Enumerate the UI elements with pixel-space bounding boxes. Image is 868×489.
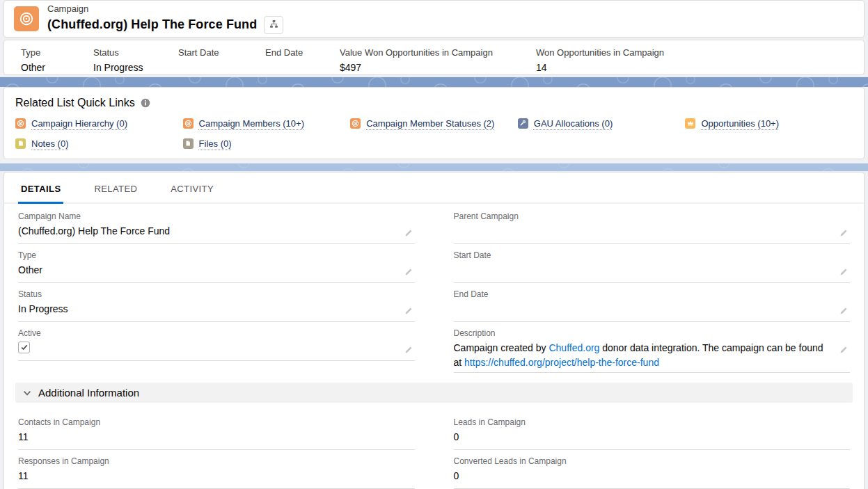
campaign-icon: [14, 6, 39, 31]
tab-details[interactable]: DETAILS: [18, 173, 63, 202]
edit-pencil-icon: [404, 268, 413, 278]
edit-pencil-icon: [404, 346, 413, 356]
note-icon: [15, 138, 26, 149]
edit-start-date-button[interactable]: [838, 266, 850, 280]
tab-related[interactable]: RELATED: [91, 173, 140, 202]
quick-link-campaign-members[interactable]: Campaign Members (10+): [183, 118, 351, 129]
detail-form-right-column: Parent Campaign Start Date End Date: [454, 205, 851, 373]
record-detail-card: DETAILS RELATED ACTIVITY Campaign Name (…: [3, 172, 865, 489]
highlight-end-date: End Date: [265, 47, 340, 74]
detail-form-left-column: Campaign Name (Chuffed.org) Help The For…: [18, 205, 415, 373]
edit-description-button[interactable]: [838, 344, 850, 358]
quick-link-opportunities[interactable]: Opportunities (10+): [685, 118, 853, 129]
edit-campaign-name-button[interactable]: [403, 227, 415, 241]
quick-link-notes[interactable]: Notes (0): [15, 138, 183, 149]
edit-end-date-button[interactable]: [838, 305, 850, 319]
field-start-date: Start Date: [454, 244, 851, 283]
edit-pencil-icon: [404, 307, 413, 317]
campaign-icon: [15, 118, 26, 129]
field-campaign-name: Campaign Name (Chuffed.org) Help The For…: [18, 205, 415, 244]
field-leads-in-campaign: Leads in Campaign 0: [454, 411, 851, 450]
quick-link-gau-allocations[interactable]: GAU Allocations (0): [518, 118, 686, 129]
edit-type-button[interactable]: [403, 266, 415, 280]
additional-information-form: Contacts in Campaign 11 Responses in Cam…: [4, 410, 864, 489]
opportunity-icon: [685, 118, 695, 129]
description-text: Campaign created by Chuffed.org donor da…: [454, 341, 826, 369]
additional-information-section-header[interactable]: Additional Information: [15, 383, 853, 403]
highlight-value-won-opportunities: Value Won Opportunities in Campaign $497: [340, 47, 536, 74]
record-header-text: Campaign (Chuffed.org) Help The Force Fu…: [47, 3, 283, 34]
campaign-icon: [183, 118, 194, 129]
highlight-start-date: Start Date: [178, 47, 265, 74]
edit-pencil-icon: [404, 229, 413, 239]
highlight-won-opportunities: Won Opportunities in Campaign 14: [536, 47, 677, 74]
detail-form: Campaign Name (Chuffed.org) Help The For…: [4, 204, 864, 373]
highlight-status: Status In Progress: [93, 47, 178, 74]
field-type: Type Other: [18, 244, 415, 283]
entity-label: Campaign: [47, 3, 283, 14]
record-tabbar: DETAILS RELATED ACTIVITY: [4, 173, 864, 204]
related-list-quick-links-card: Related List Quick Links Campaign Hierar…: [3, 87, 865, 159]
quick-link-campaign-hierarchy[interactable]: Campaign Hierarchy (0): [15, 118, 183, 129]
edit-pencil-icon: [839, 307, 849, 317]
decorative-background-band: [0, 77, 868, 86]
quick-links-grid: Campaign Hierarchy (0) Campaign Members …: [15, 118, 853, 149]
edit-pencil-icon: [839, 268, 849, 278]
view-campaign-hierarchy-button[interactable]: [264, 16, 283, 34]
gau-allocation-icon: [518, 118, 528, 129]
edit-parent-campaign-button[interactable]: [838, 227, 850, 241]
active-checkbox[interactable]: [18, 342, 30, 353]
chuffed-project-url-link[interactable]: https://chuffed.org/project/help-the-for…: [464, 357, 659, 368]
highlight-type: Type Other: [21, 47, 93, 74]
campaign-record-page: Campaign (Chuffed.org) Help The Force Fu…: [0, 0, 868, 489]
highlights-panel: Type Other Status In Progress Start Date…: [3, 40, 865, 75]
info-icon[interactable]: [141, 98, 150, 108]
field-active: Active: [18, 322, 415, 361]
chevron-down-icon: [22, 388, 32, 398]
campaign-icon: [350, 118, 361, 129]
quick-link-campaign-member-statuses[interactable]: Campaign Member Statuses (2): [350, 118, 518, 129]
field-converted-leads-in-campaign: Converted Leads in Campaign 0: [454, 450, 851, 489]
field-end-date: End Date: [454, 283, 851, 322]
quick-links-title: Related List Quick Links: [15, 97, 135, 109]
field-contacts-in-campaign: Contacts in Campaign 11: [18, 411, 415, 450]
edit-pencil-icon: [839, 346, 849, 356]
record-title: (Chuffed.org) Help The Force Fund: [47, 17, 257, 32]
edit-status-button[interactable]: [403, 305, 415, 319]
edit-pencil-icon: [839, 229, 849, 239]
edit-active-button[interactable]: [403, 344, 415, 358]
checkmark-icon: [20, 341, 29, 355]
field-parent-campaign: Parent Campaign: [454, 205, 851, 244]
tab-activity[interactable]: ACTIVITY: [168, 173, 216, 202]
additional-info-right-column: Leads in Campaign 0 Converted Leads in C…: [454, 411, 851, 489]
decorative-background-band: [0, 163, 868, 173]
field-responses-in-campaign: Responses in Campaign 11: [18, 450, 415, 489]
additional-info-left-column: Contacts in Campaign 11 Responses in Cam…: [18, 411, 415, 489]
field-description: Description Campaign created by Chuffed.…: [454, 322, 851, 373]
file-icon: [183, 138, 194, 149]
field-status: Status In Progress: [18, 283, 415, 322]
record-header: Campaign (Chuffed.org) Help The Force Fu…: [3, 0, 865, 38]
chuffed-org-link[interactable]: Chuffed.org: [549, 342, 599, 353]
quick-link-files[interactable]: Files (0): [183, 138, 351, 149]
hierarchy-icon: [269, 19, 279, 31]
